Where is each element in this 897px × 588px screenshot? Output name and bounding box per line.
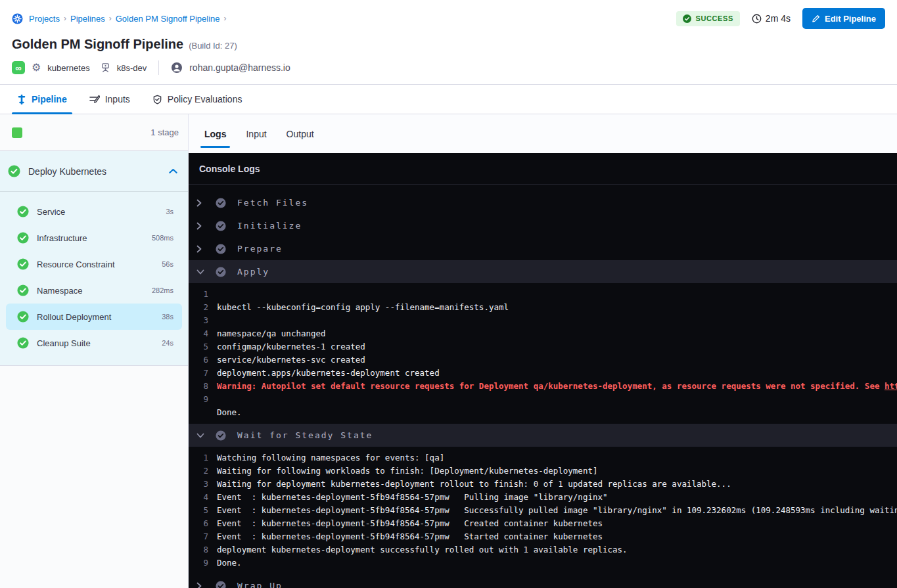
edit-pipeline-label: Edit Pipeline — [825, 14, 876, 24]
line-text: Event : kubernetes-deployment-5fb94f8564… — [217, 505, 897, 515]
line-text: kubectl --kubeconfig=config apply --file… — [217, 302, 509, 312]
section-title: Wait for Steady State — [237, 430, 373, 440]
log-line: 8Warning: Autopilot set default resource… — [189, 379, 897, 392]
line-number: 3 — [189, 315, 208, 325]
line-text: namespace/qa unchanged — [217, 328, 326, 338]
step-duration: 24s — [162, 339, 173, 347]
console-body[interactable]: Fetch Files Initialize Prepare Apply 12k… — [189, 185, 897, 588]
tab-pipeline[interactable]: Pipeline — [9, 85, 75, 114]
tab-inputs[interactable]: Inputs — [81, 85, 138, 114]
step-details-panel: Logs Input Output Console Logs Fetch Fil… — [189, 114, 897, 588]
step-row-resource-constraint[interactable]: Resource Constraint 56s — [6, 251, 182, 277]
step-success-icon — [17, 206, 29, 217]
breadcrumb: Projects › Pipelines › Golden PM Signoff… — [12, 13, 226, 24]
breadcrumb-pipelines[interactable]: Pipelines — [70, 14, 105, 24]
step-success-icon — [17, 258, 29, 270]
line-number: 1 — [189, 289, 208, 299]
log-section-header-wrap-up[interactable]: Wrap Up — [189, 574, 897, 588]
tab-output[interactable]: Output — [279, 114, 322, 153]
tab-logs[interactable]: Logs — [196, 114, 234, 153]
step-list: Service 3s Infrastructure 508ms Resource… — [0, 192, 188, 360]
page-header: Projects › Pipelines › Golden PM Signoff… — [0, 0, 897, 84]
line-number: 2 — [189, 466, 208, 476]
line-number: 9 — [189, 394, 208, 404]
edit-pipeline-button[interactable]: Edit Pipeline — [802, 8, 885, 29]
line-number: 6 — [189, 355, 208, 365]
warning-link[interactable]: http://g — [885, 381, 897, 391]
log-line: Done. — [189, 405, 897, 418]
chevron-icon — [196, 433, 204, 438]
tab-policy-evaluations[interactable]: Policy Evaluations — [145, 85, 250, 114]
log-section-header-initialize[interactable]: Initialize — [189, 214, 897, 237]
step-duration: 3s — [166, 208, 173, 215]
log-line: 3 — [189, 313, 897, 327]
build-id: (Build Id: 27) — [189, 41, 237, 51]
step-row-cleanup-suite[interactable]: Cleanup Suite 24s — [6, 330, 182, 356]
log-line: 8deployment kubernetes-deployment succes… — [189, 543, 897, 556]
log-section-header-prepare[interactable]: Prepare — [189, 237, 897, 260]
step-row-infrastructure[interactable]: Infrastructure 508ms — [6, 225, 182, 251]
stage-header-deploy-kubernetes[interactable]: Deploy Kubernetes — [0, 151, 188, 192]
step-success-icon — [17, 337, 29, 349]
environment-name[interactable]: k8s-dev — [117, 63, 147, 73]
user-avatar-icon — [171, 62, 183, 74]
harness-logo-icon — [12, 13, 23, 24]
chevron-icon — [196, 199, 204, 207]
log-line: 2kubectl --kubeconfig=config apply --fil… — [189, 300, 897, 313]
line-text: Event : kubernetes-deployment-5fb94f8564… — [217, 518, 603, 528]
log-section: Initialize — [189, 214, 897, 237]
chevron-up-icon[interactable] — [169, 168, 177, 174]
step-success-icon — [17, 232, 29, 244]
step-row-service[interactable]: Service 3s — [6, 198, 182, 225]
section-success-icon — [216, 581, 226, 588]
console: Console Logs Fetch Files Initialize Prep… — [189, 153, 897, 588]
line-text: service/kubernetes-svc created — [217, 355, 365, 365]
section-title: Wrap Up — [237, 581, 283, 588]
meta-divider — [158, 60, 159, 75]
chevron-icon — [196, 222, 204, 230]
log-section-header-apply[interactable]: Apply — [189, 260, 897, 283]
line-number: 7 — [189, 531, 208, 541]
breadcrumb-projects[interactable]: Projects — [29, 14, 60, 24]
stage-summary-row: 1 stage — [0, 114, 188, 151]
console-logs-title: Console Logs — [189, 153, 897, 185]
step-duration: 282ms — [152, 286, 173, 294]
step-success-icon — [17, 284, 29, 296]
log-section-header-wait-for-steady-state[interactable]: Wait for Steady State — [189, 424, 897, 447]
step-name: Cleanup Suite — [37, 338, 91, 348]
stage-minimap-square[interactable] — [12, 127, 22, 138]
section-title: Fetch Files — [237, 198, 308, 208]
section-log-lines: 12kubectl --kubeconfig=config apply --fi… — [189, 283, 897, 424]
breadcrumb-separator: › — [223, 14, 226, 23]
step-duration: 56s — [162, 260, 173, 268]
log-section-header-fetch-files[interactable]: Fetch Files — [189, 191, 897, 214]
log-section: Apply 12kubectl --kubeconfig=config appl… — [189, 260, 897, 424]
section-success-icon — [216, 244, 226, 254]
line-number: 8 — [189, 545, 208, 554]
log-line: 5configmap/kubernetes-1 created — [189, 340, 897, 353]
line-text: Event : kubernetes-deployment-5fb94f8564… — [217, 531, 603, 541]
tab-input[interactable]: Input — [238, 114, 274, 153]
section-title: Apply — [237, 267, 269, 277]
tab-pipeline-label: Pipeline — [32, 94, 67, 104]
line-number: 1 — [189, 453, 208, 463]
line-text: Event : kubernetes-deployment-5fb94f8564… — [217, 492, 608, 502]
step-name: Namespace — [37, 286, 82, 296]
log-line: 6Event : kubernetes-deployment-5fb94f856… — [189, 516, 897, 530]
breadcrumb-separator: › — [64, 14, 66, 23]
line-number: 4 — [189, 328, 208, 338]
section-title: Prepare — [237, 244, 283, 254]
step-row-rollout-deployment[interactable]: Rollout Deployment 38s — [6, 304, 182, 330]
step-row-namespace[interactable]: Namespace 282ms — [6, 277, 182, 304]
step-name: Resource Constraint — [37, 260, 115, 269]
log-line: 3Waiting for deployment kubernetes-deplo… — [189, 477, 897, 490]
harness-pipeline-execution-page: Projects › Pipelines › Golden PM Signoff… — [0, 0, 897, 588]
step-name: Infrastructure — [37, 233, 87, 243]
duration-value: 2m 4s — [766, 13, 791, 24]
service-name[interactable]: kubernetes — [47, 63, 89, 73]
line-number: 3 — [189, 479, 208, 489]
section-log-lines: 1Watching following namespaces for event… — [189, 447, 897, 574]
line-number: 8 — [189, 381, 208, 391]
stage-panel: Deploy Kubernetes Service 3s Infrastruct… — [0, 151, 188, 366]
breadcrumb-pipeline-name[interactable]: Golden PM Signoff Pipeline — [116, 14, 220, 24]
